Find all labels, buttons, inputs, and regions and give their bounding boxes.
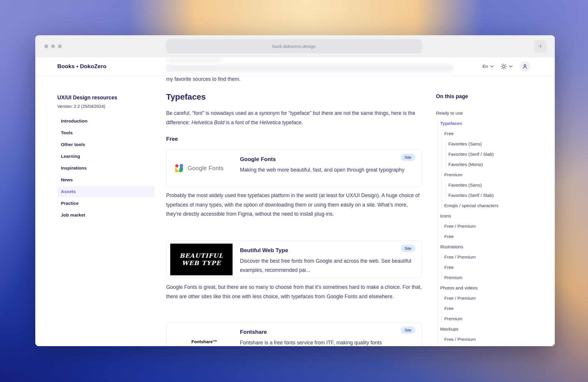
- page-title: Typefaces: [166, 92, 206, 102]
- toc-link-emojis-special-characters[interactable]: Emojis / special characters: [444, 203, 498, 208]
- paragraph-text: typeface.: [281, 120, 303, 125]
- chevron-down-icon: [509, 65, 512, 68]
- paragraph-google-fonts: Probably the most widely used free typef…: [166, 191, 422, 219]
- toc-item: Free: [444, 265, 548, 270]
- sidebar-item-learning[interactable]: Learning: [57, 150, 154, 162]
- toc-link-favorites-mono-[interactable]: Favorites (Mono): [448, 162, 483, 167]
- sidebar-item-inspirations[interactable]: Inspirations: [57, 162, 154, 174]
- sidebar-item-other-tools[interactable]: Other tools: [57, 139, 154, 150]
- site-brand[interactable]: Books • DokoZero: [57, 57, 106, 76]
- toc-item: Free / Premium: [444, 337, 548, 342]
- toc-link-premium[interactable]: Premium: [444, 316, 462, 321]
- minimize-window-icon[interactable]: [51, 44, 55, 48]
- toc-link-free-premium[interactable]: Free / Premium: [444, 224, 476, 229]
- sidebar-item-news[interactable]: News: [57, 174, 154, 186]
- on-this-page-panel: On this page Ready to useTypefacesFreeFa…: [436, 93, 548, 346]
- toc-item: Favorites (Serif / Slab): [448, 152, 548, 157]
- toc-link-favorites-serif-slab-[interactable]: Favorites (Serif / Slab): [448, 152, 494, 157]
- toc-item: Emojis / special characters: [444, 203, 548, 208]
- toc-sublist: Free / PremiumFreePremium: [442, 254, 548, 280]
- resource-card-fontshare[interactable]: Fontshare™ Fontshare Fontshare is a free…: [166, 322, 422, 346]
- toc-item: Free / Premium: [444, 254, 548, 260]
- toc-item: Ready to useTypefacesFreeFavorites (Sans…: [436, 110, 548, 342]
- toc-link-favorites-serif-slab-[interactable]: Favorites (Serif / Slab): [448, 193, 494, 198]
- theme-selector[interactable]: [501, 63, 512, 70]
- typeface-name-italic: Helvetica Bold: [191, 120, 224, 125]
- address-bar[interactable]: book.dokozero.design: [166, 39, 422, 53]
- browser-window: book.dokozero.design + Books • DokoZero …: [35, 35, 555, 346]
- doc-title: UX/UI Design resources: [57, 94, 154, 101]
- site-badge: Site: [401, 326, 415, 334]
- toc-link-favorites-sans-[interactable]: Favorites (Sans): [448, 182, 482, 187]
- new-tab-button[interactable]: +: [534, 40, 547, 53]
- toc-link-free[interactable]: Free: [444, 306, 454, 311]
- toc-item: Premium: [444, 275, 548, 280]
- thumbnail-text-line2: WEB TYPE: [182, 259, 221, 267]
- google-fonts-logo-text: Google Fonts: [188, 165, 223, 172]
- toc-link-mockups[interactable]: Mockups: [440, 326, 458, 331]
- beautiful-web-type-thumbnail: BEAUTIFUL WEB TYPE: [170, 244, 233, 275]
- sidebar-item-tools[interactable]: Tools: [57, 127, 154, 139]
- language-selector[interactable]: En: [482, 64, 494, 69]
- zoom-window-icon[interactable]: [58, 44, 62, 48]
- fontshare-logo: Fontshare™: [191, 339, 217, 344]
- thumbnail-text-line1: BEAUTIFUL: [180, 252, 223, 259]
- toc-link-free-premium[interactable]: Free / Premium: [444, 296, 476, 301]
- sidebar-item-practice[interactable]: Practice: [57, 197, 154, 209]
- blurred-scrolled-content: [166, 65, 453, 71]
- toc-link-free-premium[interactable]: Free / Premium: [444, 254, 476, 259]
- header-controls: En: [482, 57, 530, 76]
- sidebar-item-job-market[interactable]: Job market: [57, 209, 154, 221]
- toc-sublist: Free / PremiumFreePremium: [442, 296, 548, 321]
- typeface-name-italic: Helvetica: [260, 120, 281, 125]
- blurred-scrolled-content: [166, 58, 222, 62]
- toc-link-favorites-sans-[interactable]: Favorites (Sans): [448, 141, 482, 146]
- toc-link-premium[interactable]: Premium: [444, 172, 462, 177]
- toc-link-ready-to-use[interactable]: Ready to use: [436, 110, 463, 115]
- site-badge: Site: [401, 245, 415, 252]
- toc-item: IllustrationsFree / PremiumFreePremium: [440, 244, 548, 280]
- toc-link-typefaces[interactable]: Typefaces: [440, 121, 462, 126]
- window-controls[interactable]: [44, 44, 62, 48]
- toc-link-free[interactable]: Free: [444, 234, 454, 239]
- sun-icon: [501, 63, 507, 70]
- site-badge: Site: [401, 154, 415, 161]
- scrolled-paragraph-remnant: my favorite sources to find them.: [166, 76, 240, 82]
- card-description: Discover the best free fonts from Google…: [240, 257, 412, 274]
- toc-sublist: Favorites (Sans)Favorites (Serif / Slab)…: [446, 141, 548, 167]
- close-window-icon[interactable]: [44, 44, 48, 48]
- toc-item: Free / Premium: [444, 224, 548, 229]
- toc-item: Free: [444, 234, 548, 239]
- card-title: Google Fonts: [240, 156, 276, 162]
- toc-item: Free / Premium: [444, 296, 548, 301]
- toc-item: TypefacesFreeFavorites (Sans)Favorites (…: [440, 121, 548, 208]
- toc-sublist: Favorites (Sans)Favorites (Serif / Slab): [446, 182, 548, 198]
- toc-link-free[interactable]: Free: [444, 131, 454, 136]
- section-heading-free: Free: [166, 136, 178, 142]
- person-icon: [522, 64, 528, 69]
- toc-sublist: Free / Premium: [442, 337, 548, 342]
- toc-item: Favorites (Sans): [448, 182, 548, 188]
- card-description: Making the web more beautiful, fast, and…: [240, 165, 412, 175]
- google-fonts-logo: Google Fonts: [175, 150, 223, 187]
- browser-toolbar: book.dokozero.design +: [35, 35, 555, 57]
- toc-item: PremiumFavorites (Sans)Favorites (Serif …: [444, 172, 548, 198]
- toc-link-premium[interactable]: Premium: [444, 275, 462, 280]
- sidebar-item-assets[interactable]: Assets: [57, 186, 154, 197]
- sidebar-item-introduction[interactable]: Introduction: [57, 115, 154, 127]
- toc-link-illustrations[interactable]: Illustrations: [440, 244, 463, 249]
- toc-link-free-premium[interactable]: Free / Premium: [444, 337, 476, 342]
- doc-sidebar: UX/UI Design resources Version: 2.2 (25/…: [57, 94, 154, 221]
- address-bar-url: book.dokozero.design: [273, 44, 316, 49]
- intro-paragraph: Be careful, “font” is nowadays used as a…: [166, 109, 422, 127]
- resource-card-google-fonts[interactable]: Google Fonts Google Fonts Making the web…: [166, 149, 422, 187]
- toc-link-icons[interactable]: Icons: [440, 213, 451, 218]
- resource-card-beautiful-web-type[interactable]: BEAUTIFUL WEB TYPE Beutiful Web Type Dis…: [166, 240, 422, 278]
- user-account-button[interactable]: [519, 61, 530, 72]
- toc-item: FreeFavorites (Sans)Favorites (Serif / S…: [444, 131, 548, 167]
- toc-link-photos-and-videos[interactable]: Photos and videos: [440, 285, 478, 290]
- toc-sublist: FreeFavorites (Sans)Favorites (Serif / S…: [442, 131, 548, 208]
- language-label: En: [482, 64, 488, 69]
- toc-tree: Ready to useTypefacesFreeFavorites (Sans…: [436, 110, 548, 342]
- toc-link-free[interactable]: Free: [444, 265, 454, 270]
